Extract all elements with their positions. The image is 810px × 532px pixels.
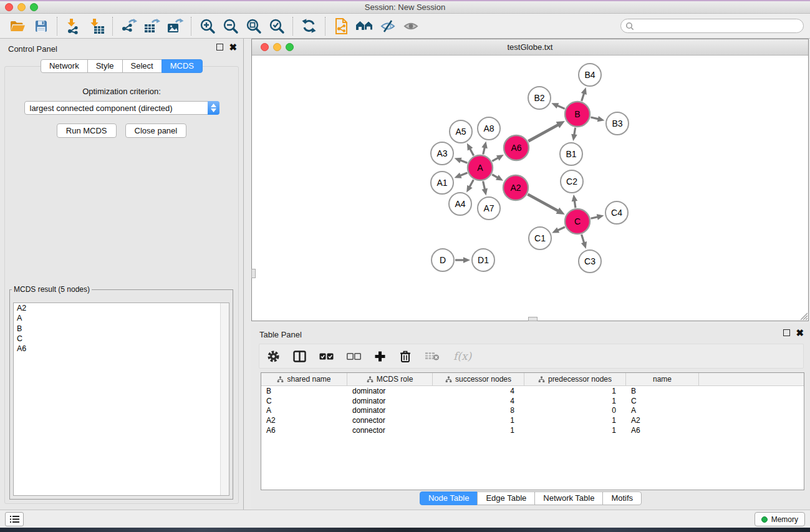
table-cell[interactable]: 8 (433, 406, 524, 415)
table-cell[interactable]: dominator (347, 397, 433, 405)
graph-node-C2[interactable]: C2 (561, 170, 583, 193)
zoom-fit-button[interactable] (242, 16, 265, 37)
network-zoom-button[interactable] (286, 43, 294, 51)
graph-node-B2[interactable]: B2 (528, 87, 551, 109)
edge-C-C1[interactable] (557, 227, 565, 231)
tab-edge-table[interactable]: Edge Table (477, 491, 535, 505)
network-graph[interactable]: B4B2BB3A5A8A6B1A3AC2A1A2A4A7C4CC1C3DD1 (252, 56, 808, 321)
network-from-file-button[interactable] (330, 16, 353, 37)
column-header-shared-name[interactable]: shared name (261, 373, 347, 385)
graph-node-B4[interactable]: B4 (579, 64, 601, 86)
tab-network-table[interactable]: Network Table (534, 491, 603, 505)
table-cell[interactable]: 0 (524, 406, 626, 415)
table-cell[interactable]: A2 (626, 416, 699, 425)
select-all-button[interactable] (319, 352, 334, 360)
close-panel-button[interactable]: Close panel (125, 123, 187, 138)
result-item[interactable]: A2 (14, 303, 229, 313)
column-header-name[interactable]: name (626, 373, 699, 385)
refresh-layout-button[interactable] (297, 16, 321, 37)
table-cell[interactable]: 1 (524, 426, 626, 435)
column-header-successor-nodes[interactable]: successor nodes (433, 373, 524, 385)
close-table-panel-icon[interactable]: ✖ (796, 329, 804, 336)
tab-node-table[interactable]: Node Table (420, 491, 478, 505)
edge-A-A7[interactable] (483, 181, 485, 190)
criterion-select[interactable]: largest connected component (directed) (24, 101, 219, 115)
float-panel-icon[interactable] (216, 44, 223, 51)
table-cell[interactable]: 1 (524, 387, 626, 395)
column-header-mcds-role[interactable]: MCDS role (347, 373, 433, 385)
search-input[interactable] (637, 21, 799, 31)
edge-B-B2[interactable] (557, 105, 565, 109)
table-cell[interactable]: 1 (433, 416, 524, 425)
minimize-window-button[interactable] (17, 3, 26, 11)
edge-A2-C[interactable] (528, 195, 559, 211)
task-history-button[interactable] (5, 512, 24, 526)
table-cell[interactable]: C (261, 397, 347, 405)
graph-node-C3[interactable]: C3 (579, 250, 601, 273)
table-cell[interactable]: A (626, 406, 699, 415)
table-cell[interactable]: dominator (347, 406, 433, 415)
tab-motifs[interactable]: Motifs (602, 491, 642, 505)
export-image-button[interactable] (163, 16, 186, 37)
table-cell[interactable]: A6 (626, 426, 699, 435)
resize-grip-left[interactable] (251, 269, 256, 278)
graph-node-A8[interactable]: A8 (478, 117, 500, 140)
network-window-titlebar[interactable]: testGlobe.txt (252, 39, 808, 56)
close-window-button[interactable] (5, 3, 13, 11)
create-column-button[interactable] (374, 351, 386, 362)
show-column-panel-button[interactable] (293, 351, 306, 362)
graph-node-A7[interactable]: A7 (478, 197, 500, 220)
result-item[interactable]: A6 (14, 344, 229, 354)
zoom-in-button[interactable] (196, 16, 219, 37)
table-cell[interactable]: B (626, 387, 699, 395)
table-cell[interactable]: 1 (433, 426, 524, 435)
zoom-window-button[interactable] (30, 3, 38, 11)
graph-node-A6[interactable]: A6 (504, 135, 529, 160)
node-table[interactable]: shared nameMCDS rolesuccessor nodesprede… (261, 372, 804, 490)
network-close-button[interactable] (261, 43, 269, 51)
edge-A-A5[interactable] (470, 148, 473, 155)
table-cell[interactable]: connector (347, 416, 433, 425)
deselect-all-button[interactable] (347, 352, 361, 360)
graph-node-A3[interactable]: A3 (431, 142, 453, 165)
resize-grip-corner[interactable] (799, 311, 808, 320)
network-canvas[interactable]: B4B2BB3A5A8A6B1A3AC2A1A2A4A7C4CC1C3DD1 (252, 56, 808, 321)
table-cell[interactable]: connector (347, 426, 433, 435)
edge-A-A4[interactable] (469, 180, 473, 187)
graph-node-C4[interactable]: C4 (605, 201, 628, 224)
graph-node-A[interactable]: A (468, 155, 493, 180)
show-graphics-button[interactable] (399, 16, 422, 37)
graph-node-D1[interactable]: D1 (472, 249, 494, 271)
table-cell[interactable]: 4 (433, 387, 524, 395)
import-network-button[interactable] (62, 16, 85, 37)
tab-network[interactable]: Network (41, 59, 88, 73)
save-session-button[interactable] (29, 16, 52, 37)
table-cell[interactable]: 4 (433, 397, 524, 405)
table-row[interactable]: Bdominator41B (261, 386, 804, 396)
graph-node-A2[interactable]: A2 (503, 175, 528, 200)
mcds-result-list[interactable]: A2ABCA6 (13, 302, 229, 496)
tab-select[interactable]: Select (122, 59, 162, 73)
open-file-button[interactable] (6, 16, 29, 37)
export-table-button[interactable] (140, 16, 163, 37)
run-mcds-button[interactable]: Run MCDS (57, 123, 117, 138)
graph-node-A5[interactable]: A5 (450, 120, 472, 143)
table-row[interactable]: A2connector11A2 (261, 415, 804, 425)
memory-button[interactable]: Memory (755, 512, 805, 526)
search-box[interactable] (620, 19, 804, 33)
float-table-panel-icon[interactable] (783, 329, 790, 336)
export-network-button[interactable] (117, 16, 140, 37)
result-item[interactable]: A (14, 313, 229, 323)
column-header-predecessor-nodes[interactable]: predecessor nodes (524, 373, 626, 385)
close-panel-icon[interactable]: ✖ (229, 44, 237, 51)
table-row[interactable]: A6connector11A6 (261, 425, 804, 435)
table-cell[interactable]: A6 (261, 426, 347, 435)
home-networks-button[interactable] (353, 16, 376, 37)
titlebar[interactable]: Session: New Session (0, 1, 810, 14)
result-item[interactable]: C (14, 334, 229, 344)
delete-column-button[interactable] (399, 350, 412, 363)
edge-C-C3[interactable] (582, 235, 584, 243)
table-cell[interactable]: C (626, 397, 699, 405)
table-row[interactable]: Cdominator41C (261, 396, 804, 406)
network-minimize-button[interactable] (273, 43, 281, 51)
